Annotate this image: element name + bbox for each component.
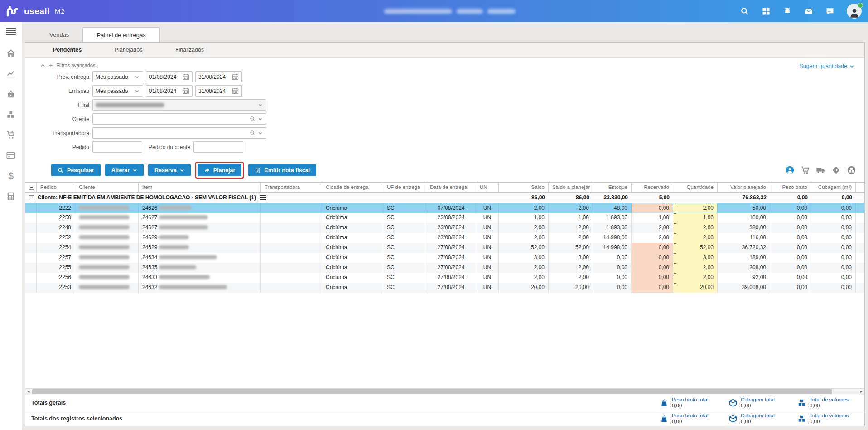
grid-cell-pedido[interactable]: 2255 bbox=[37, 263, 75, 273]
grid-cell-sel[interactable] bbox=[25, 243, 37, 253]
grid-cell-transportadora[interactable] bbox=[261, 263, 322, 273]
prev-entrega-to-date[interactable]: 31/08/2024 bbox=[195, 71, 242, 82]
grid-cell-quantidade[interactable]: 3,00 bbox=[673, 253, 718, 263]
grid-cell-data[interactable]: 27/08/2024 bbox=[426, 273, 476, 283]
grid-cell-saldo[interactable]: 2,00 bbox=[499, 223, 549, 233]
grid-cell-peso[interactable]: 0,00 bbox=[770, 223, 811, 233]
grid-cell-item[interactable]: 24635 bbox=[139, 263, 261, 273]
grid-cell-cidade[interactable]: Criciúma bbox=[322, 243, 383, 253]
collapse-all-icon[interactable] bbox=[29, 185, 34, 190]
grid-cell-saldo_planejar[interactable]: 52,00 bbox=[549, 243, 593, 253]
grid-cell-reservado[interactable]: 2,00 bbox=[632, 233, 673, 243]
grid-cell-cidade[interactable]: Criciúma bbox=[322, 203, 383, 213]
grid-cell-saldo_planejar[interactable]: 1,00 bbox=[549, 213, 593, 223]
grid-header-uf[interactable]: UF de entrega bbox=[383, 183, 426, 192]
grid-cell-sel[interactable] bbox=[25, 273, 37, 283]
grid-cell-pedido[interactable]: 2248 bbox=[37, 223, 75, 233]
reserva-button[interactable]: Reserva bbox=[148, 164, 191, 176]
scrollbar-thumb[interactable] bbox=[32, 389, 832, 394]
grid-cell-item[interactable]: 24627 bbox=[139, 223, 261, 233]
table-row[interactable]: 222224626 CriciúmaSC07/08/2024UN2,002,00… bbox=[25, 203, 864, 213]
grid-cell-pedido[interactable]: 2252 bbox=[37, 233, 75, 243]
chart-icon[interactable] bbox=[6, 69, 16, 79]
calendar-icon[interactable] bbox=[232, 87, 239, 94]
grid-header-peso[interactable]: Peso bruto bbox=[770, 183, 811, 192]
grid-header-cubagem[interactable]: Cubagem (m³) bbox=[811, 183, 856, 192]
grid-cell-un[interactable]: UN bbox=[476, 283, 499, 293]
grid-cell-cidade[interactable]: Criciúma bbox=[322, 233, 383, 243]
grid-header-sel[interactable] bbox=[25, 183, 37, 192]
grid-header-estoque[interactable]: Estoque bbox=[593, 183, 632, 192]
grid-cell-reservado[interactable]: 0,00 bbox=[632, 203, 673, 213]
grid-cell-transportadora[interactable] bbox=[261, 213, 322, 223]
emissao-to-date[interactable]: 31/08/2024 bbox=[195, 85, 242, 97]
scroll-left-arrow-icon[interactable]: ◄ bbox=[25, 389, 32, 395]
grid-cell-pedido[interactable]: 2254 bbox=[37, 243, 75, 253]
grid-cell-cubagem[interactable]: 0,00 bbox=[811, 283, 856, 293]
search-icon[interactable] bbox=[250, 116, 256, 122]
tab-planejados[interactable]: Planejados bbox=[98, 47, 159, 53]
grid-header-transportadora[interactable]: Transportadora bbox=[261, 183, 322, 192]
planejar-button[interactable]: Planejar bbox=[198, 164, 242, 176]
grid-header-item[interactable]: Item bbox=[139, 183, 261, 192]
table-row[interactable]: 225724634 CriciúmaSC27/08/2024UN3,003,00… bbox=[25, 253, 864, 263]
grid-cell-uf[interactable]: SC bbox=[383, 253, 426, 263]
grid-cell-quantidade[interactable]: 2,00 bbox=[673, 233, 718, 243]
group-by-carrier-icon[interactable] bbox=[816, 165, 825, 175]
grid-cell-uf[interactable]: SC bbox=[383, 233, 426, 243]
grid-cell-quantidade[interactable]: 52,00 bbox=[673, 243, 718, 253]
grid-cell-cubagem[interactable]: 0,00 bbox=[811, 223, 856, 233]
search-icon[interactable] bbox=[740, 7, 749, 16]
grid-cell-item[interactable]: 24634 bbox=[139, 253, 261, 263]
grid-cell-reservado[interactable]: 0,00 bbox=[632, 283, 673, 293]
tab-vendas[interactable]: Vendas bbox=[36, 27, 82, 42]
grid-cell-sel[interactable] bbox=[25, 263, 37, 273]
grid-cell-item[interactable]: 24633 bbox=[139, 273, 261, 283]
grid-cell-quantidade[interactable]: 20,00 bbox=[673, 283, 718, 293]
prev-entrega-from-date[interactable]: 01/08/2024 bbox=[146, 71, 193, 82]
grid-cell-data[interactable]: 23/08/2024 bbox=[426, 233, 476, 243]
grid-group-row[interactable]: Cliente: NF-E EMITIDA EM AMBIENTE DE HOM… bbox=[25, 193, 864, 203]
grid-cell-cubagem[interactable]: 0,00 bbox=[811, 243, 856, 253]
grid-header-data[interactable]: Data de entrega bbox=[426, 183, 476, 192]
grid-cell-estoque[interactable]: 0,00 bbox=[593, 283, 632, 293]
grid-cell-pedido[interactable]: 2253 bbox=[37, 283, 75, 293]
grid-cell-reservado[interactable]: 0,00 bbox=[632, 253, 673, 263]
grid-cell-item[interactable]: 24627 bbox=[139, 213, 261, 223]
grid-cell-item[interactable]: 24629 bbox=[139, 233, 261, 243]
grid-cell-un[interactable]: UN bbox=[476, 263, 499, 273]
grid-cell-cliente[interactable] bbox=[75, 243, 139, 253]
grid-cell-uf[interactable]: SC bbox=[383, 283, 426, 293]
grid-header-quantidade[interactable]: Quantidade bbox=[673, 183, 718, 192]
grid-cell-cliente[interactable] bbox=[75, 253, 139, 263]
grid-cell-uf[interactable]: SC bbox=[383, 273, 426, 283]
grid-cell-sel[interactable] bbox=[25, 213, 37, 223]
tab-finalizados[interactable]: Finalizados bbox=[159, 47, 220, 53]
basket-icon[interactable] bbox=[6, 89, 16, 99]
grid-header-cidade[interactable]: Cidade de entrega bbox=[322, 183, 383, 192]
grid-cell-item[interactable]: 24626 bbox=[139, 203, 261, 213]
grid-cell-quantidade[interactable]: 1,00 bbox=[673, 213, 718, 223]
grid-cell-pedido[interactable]: 2222 bbox=[37, 203, 75, 213]
grid-cell-valor[interactable]: 36.720,32 bbox=[718, 243, 770, 253]
grid-cell-un[interactable]: UN bbox=[476, 273, 499, 283]
grid-cell-peso[interactable]: 0,00 bbox=[770, 273, 811, 283]
collapse-filters-icon[interactable] bbox=[40, 63, 45, 68]
grid-cell-pedido[interactable]: 2256 bbox=[37, 273, 75, 283]
user-avatar[interactable] bbox=[847, 4, 862, 19]
grid-cell-saldo[interactable]: 2,00 bbox=[499, 263, 549, 273]
grid-cell-cidade[interactable]: Criciúma bbox=[322, 283, 383, 293]
grid-cell-uf[interactable]: SC bbox=[383, 223, 426, 233]
grid-header-un[interactable]: UN bbox=[476, 183, 499, 192]
grid-cell-valor[interactable]: 100,00 bbox=[718, 213, 770, 223]
grid-cell-estoque[interactable]: 48,00 bbox=[593, 203, 632, 213]
grid-cell-pedido[interactable]: 2257 bbox=[37, 253, 75, 263]
grid-cell-saldo_planejar[interactable]: 3,00 bbox=[549, 253, 593, 263]
grid-cell-peso[interactable]: 0,00 bbox=[770, 203, 811, 213]
grid-cell-un[interactable]: UN bbox=[476, 203, 499, 213]
grid-cell-transportadora[interactable] bbox=[261, 283, 322, 293]
grid-cell-saldo[interactable]: 2,00 bbox=[499, 203, 549, 213]
emissao-from-date[interactable]: 01/08/2024 bbox=[146, 85, 193, 97]
grid-cell-cidade[interactable]: Criciúma bbox=[322, 253, 383, 263]
grid-cell-cliente[interactable] bbox=[75, 233, 139, 243]
